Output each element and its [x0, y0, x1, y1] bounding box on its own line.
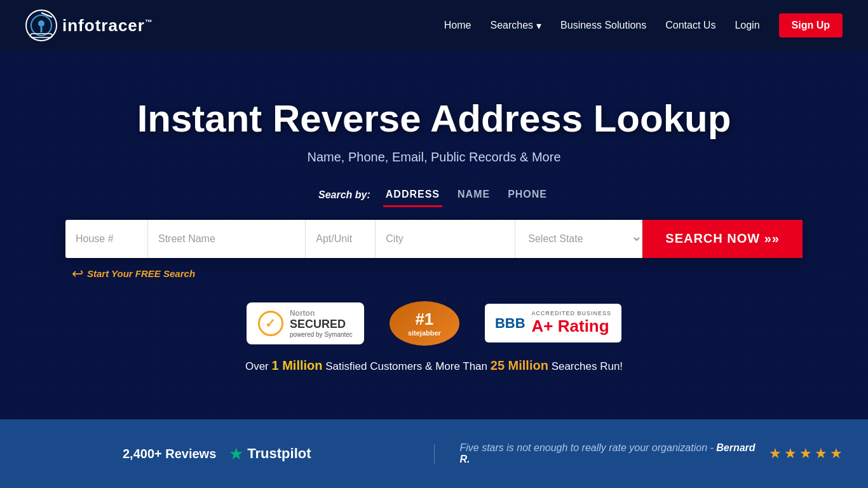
trustpilot-star-icon: ★: [229, 444, 243, 464]
sitejabber-badge: #1 sitejabber: [390, 301, 459, 346]
hero-section: infotracer™ Home Searches ▾ Business Sol…: [0, 0, 868, 419]
trustpilot-right: Five stars is not enough to really rate …: [435, 442, 869, 465]
tab-name[interactable]: NAME: [455, 184, 492, 207]
city-input[interactable]: [376, 220, 515, 258]
chevron-down-icon: ▾: [536, 20, 541, 32]
star-2: ★: [784, 445, 797, 462]
nav-searches[interactable]: Searches ▾: [490, 20, 541, 32]
tab-address[interactable]: ADDRESS: [383, 184, 442, 207]
star-5: ★: [830, 445, 843, 462]
search-form: Select State AlabamaAlaskaArizona Arkans…: [65, 220, 803, 258]
hero-content: Instant Reverse Address Lookup Name, Pho…: [65, 47, 803, 373]
trustpilot-reviews: 2,400+ Reviews: [123, 447, 216, 461]
navbar: infotracer™ Home Searches ▾ Business Sol…: [0, 0, 868, 51]
star-3: ★: [799, 445, 812, 462]
search-button[interactable]: SEARCH NOW »»: [642, 220, 803, 258]
nav-links: Home Searches ▾ Business Solutions Conta…: [444, 13, 843, 37]
stats-row: Over 1 Million Satisfied Customers & Mor…: [65, 358, 803, 373]
trust-badges: ✓ Norton SECURED powered by Symantec #1 …: [65, 301, 803, 346]
search-by-label: Search by:: [318, 189, 370, 201]
trustpilot-left: 2,400+ Reviews ★ Trustpilot: [0, 444, 435, 464]
street-input[interactable]: [148, 220, 306, 258]
logo-text: infotracer™: [62, 16, 153, 36]
nav-business-solutions[interactable]: Business Solutions: [560, 20, 646, 31]
tab-phone[interactable]: PHONE: [505, 184, 550, 207]
trustpilot-bar: 2,400+ Reviews ★ Trustpilot Five stars i…: [0, 419, 868, 488]
star-1: ★: [769, 445, 782, 462]
free-search-hint: ↩ Start Your FREE Search: [65, 266, 803, 282]
norton-check-icon: ✓: [258, 311, 283, 336]
logo[interactable]: infotracer™: [25, 10, 153, 41]
free-search-text[interactable]: Start Your FREE Search: [87, 268, 195, 279]
trustpilot-logo: ★ Trustpilot: [229, 444, 311, 464]
bbb-badge: BBB ACCREDITED BUSINESS A+ Rating: [485, 304, 621, 342]
signup-button[interactable]: Sign Up: [779, 13, 843, 37]
apt-input[interactable]: [306, 220, 376, 258]
state-select[interactable]: Select State AlabamaAlaskaArizona Arkans…: [515, 220, 642, 258]
search-tabs: Search by: ADDRESS NAME PHONE: [65, 184, 803, 207]
bbb-right: ACCREDITED BUSINESS A+ Rating: [532, 310, 612, 336]
star-4: ★: [815, 445, 827, 462]
nav-home[interactable]: Home: [444, 20, 471, 31]
trustpilot-quote: Five stars is not enough to really rate …: [460, 442, 761, 465]
trustpilot-logo-text: Trustpilot: [247, 445, 311, 462]
norton-text: Norton SECURED powered by Symantec: [290, 309, 353, 338]
norton-badge: ✓ Norton SECURED powered by Symantec: [247, 302, 364, 344]
svg-point-4: [38, 20, 44, 27]
arrow-icon: ↩: [72, 266, 83, 282]
login-button[interactable]: Login: [735, 20, 759, 31]
page-title: Instant Reverse Address Lookup: [65, 98, 803, 140]
trustpilot-stars: ★ ★ ★ ★ ★: [769, 445, 843, 462]
house-input[interactable]: [65, 220, 148, 258]
hero-subtitle: Name, Phone, Email, Public Records & Mor…: [65, 150, 803, 165]
nav-contact-us[interactable]: Contact Us: [665, 20, 715, 31]
